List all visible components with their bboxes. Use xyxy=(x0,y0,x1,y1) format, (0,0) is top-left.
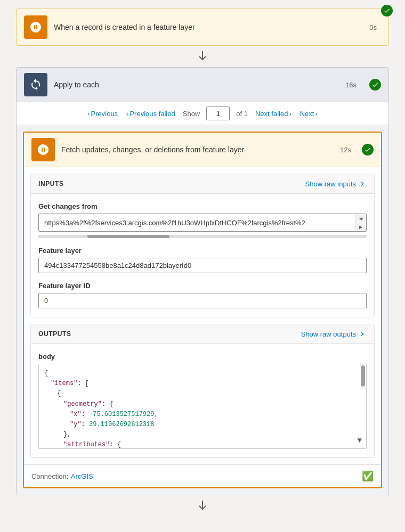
inputs-section-title: INPUTS xyxy=(38,180,64,187)
arrow-down-1 xyxy=(196,46,209,67)
trigger-step: When a record is created in a feature la… xyxy=(16,9,389,46)
trigger-duration: 0s xyxy=(369,23,377,31)
show-label: Show xyxy=(183,110,200,118)
feature-layer-label: Feature layer xyxy=(38,247,367,255)
fetch-step-title: Fetch updates, changes, or deletions fro… xyxy=(61,145,334,154)
flow-container: When a record is created in a feature la… xyxy=(9,9,396,517)
url-scrollbar xyxy=(38,235,367,238)
trigger-header: When a record is created in a feature la… xyxy=(17,9,388,45)
code-scrollbar[interactable] xyxy=(361,365,365,387)
code-block: { "items": [ { "geometry": { "x": -75.60… xyxy=(38,364,367,449)
previous-button[interactable]: ‹ Previous xyxy=(84,109,121,119)
get-changes-field: Get changes from https%3a%2f%2fservices3… xyxy=(38,202,367,238)
body-label: body xyxy=(38,353,367,361)
fetch-step-icon xyxy=(31,138,55,161)
feature-layer-value: 494c133477254558be8a1c24d8ad172blayerId0 xyxy=(38,258,367,273)
code-line-4: "geometry": { xyxy=(44,399,361,410)
next-failed-button[interactable]: Next failed › xyxy=(252,109,295,119)
apply-each-icon xyxy=(24,73,47,96)
code-line-1: { xyxy=(44,369,361,379)
previous-failed-button[interactable]: ‹ Previous failed xyxy=(123,109,179,119)
apply-each-header: Apply to each 16s xyxy=(17,68,388,102)
get-changes-value: https%3a%2f%2fservices3.arcgis.com%2f1hU… xyxy=(39,216,355,230)
trigger-icon xyxy=(24,15,47,39)
inputs-section-header: INPUTS Show raw inputs xyxy=(31,174,374,194)
url-scroll-buttons[interactable]: ◀ ▶ xyxy=(355,214,366,231)
apply-each-title: Apply to each xyxy=(54,80,339,89)
code-line-3: { xyxy=(44,389,361,399)
outputs-section: OUTPUTS Show raw outputs body { "items":… xyxy=(30,324,375,458)
chevron-right-icon: › xyxy=(315,110,317,118)
fetch-step-status-badge xyxy=(362,144,374,155)
connection-info: Connection: ArcGIS xyxy=(31,471,93,481)
code-line-5: "x": -75.6013527517929, xyxy=(44,410,361,420)
outputs-section-body: body { "items": [ { "geometry": { "x": -… xyxy=(31,344,374,457)
arrow-down-2 xyxy=(196,495,209,517)
chevron-left-icon: ‹ xyxy=(87,110,90,118)
chevron-left-failed-icon: ‹ xyxy=(126,110,128,118)
show-raw-outputs-link[interactable]: Show raw outputs xyxy=(301,330,367,338)
inputs-section: INPUTS Show raw inputs Get changes from … xyxy=(30,174,375,317)
apply-each-container: Apply to each 16s ‹ Previous ‹ Previous … xyxy=(16,67,389,495)
url-scrollbar-thumb xyxy=(87,235,169,238)
connection-link[interactable]: ArcGIS xyxy=(71,472,93,480)
pagination-bar: ‹ Previous ‹ Previous failed Show of 1 N… xyxy=(17,102,388,125)
url-scroll-right[interactable]: ▶ xyxy=(355,223,366,231)
show-raw-outputs-label: Show raw outputs xyxy=(301,330,356,338)
previous-label: Previous xyxy=(91,110,118,118)
outputs-section-title: OUTPUTS xyxy=(38,330,71,338)
code-line-7: }, xyxy=(44,430,361,440)
code-line-6: "y": 39.11962692612318 xyxy=(44,420,361,430)
outputs-section-header: OUTPUTS Show raw outputs xyxy=(31,324,374,344)
code-line-8: "attributes": { xyxy=(44,440,361,449)
apply-each-status-badge xyxy=(369,79,381,91)
code-line-2: "items": [ xyxy=(44,379,361,389)
scroll-down-indicator: ▼ xyxy=(358,435,362,446)
show-raw-inputs-link[interactable]: Show raw inputs xyxy=(305,179,367,188)
next-label: Next xyxy=(300,110,314,118)
fetch-step-duration: 12s xyxy=(340,146,351,154)
fetch-step: Fetch updates, changes, or deletions fro… xyxy=(23,132,382,488)
get-changes-label: Get changes from xyxy=(38,202,367,210)
of-label: of 1 xyxy=(236,110,248,118)
next-failed-label: Next failed xyxy=(255,110,288,118)
connection-check-icon: ✅ xyxy=(362,470,374,482)
apply-each-duration: 16s xyxy=(345,81,357,89)
chevron-right-failed-icon: › xyxy=(289,110,291,118)
inputs-section-body: Get changes from https%3a%2f%2fservices3… xyxy=(31,194,374,317)
feature-layer-field: Feature layer 494c133477254558be8a1c24d8… xyxy=(38,247,367,273)
feature-layer-id-field: Feature layer ID 0 xyxy=(38,282,367,308)
show-raw-inputs-label: Show raw inputs xyxy=(305,180,356,188)
feature-layer-id-value: 0 xyxy=(38,293,367,308)
next-button[interactable]: Next › xyxy=(297,109,321,119)
url-scroll-left[interactable]: ◀ xyxy=(355,214,366,223)
page-input[interactable] xyxy=(206,107,230,120)
connection-label: Connection: xyxy=(31,472,68,480)
get-changes-value-wrapper: https%3a%2f%2fservices3.arcgis.com%2f1hU… xyxy=(38,214,367,232)
trigger-status-badge xyxy=(381,5,393,17)
previous-failed-label: Previous failed xyxy=(129,110,175,118)
body-field: body { "items": [ { "geometry": { "x": -… xyxy=(38,353,367,449)
trigger-title: When a record is created in a feature la… xyxy=(54,23,363,31)
connection-footer: Connection: ArcGIS ✅ xyxy=(24,464,381,487)
feature-layer-id-label: Feature layer ID xyxy=(38,282,367,290)
fetch-step-header: Fetch updates, changes, or deletions fro… xyxy=(24,133,381,167)
